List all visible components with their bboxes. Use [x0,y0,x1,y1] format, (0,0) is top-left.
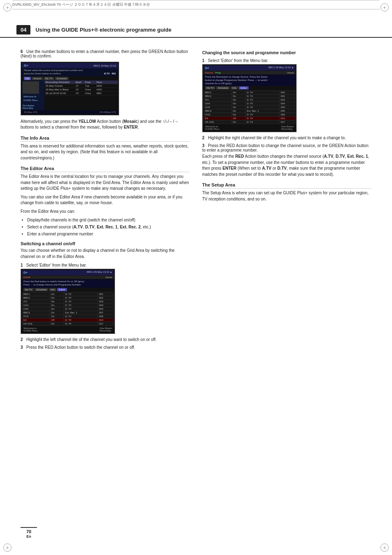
es-info-1: Press the Red button to switch channel O… [22,279,114,288]
setup-area-text: The Setup Area is where you can set up t… [202,190,371,202]
es-info-2: Press the Red button to change Source. P… [203,75,295,86]
info-area-text: This area is reserved for additional inf… [21,143,190,161]
es-state-itv2: On [50,314,64,318]
es-onebutton: One-ButtonRecording [99,327,112,332]
ls-bottom: 29-May LPS 28-29May LPS [22,110,118,114]
es2-state-bbc1: On [231,91,245,94]
es-tab-editor-2: Editor [239,86,249,90]
es-type-bbc3: Ext. Rec. 1 [64,311,98,314]
editor-bullet-list: Display/hide channels in the grid (switc… [27,217,190,237]
es-num-ch4: 004 [98,303,114,307]
alt-text: Alternatively, you can press the YELLOW … [21,119,190,131]
es-nav-prog: Prog. [215,71,221,74]
es-nav-onoff: OnOff [23,276,30,279]
es-type-itv: D. TV [64,299,98,303]
es2-state-ch4: On [231,102,245,106]
es2-num-bbc2: 002 [279,94,295,98]
es2-type-ukgol: D. TV [245,120,279,124]
editor-screen-source: G+ BBC2 29-May 13:10 ▲ Source Prog. Home… [202,64,297,132]
left-column: 6 Use the number buttons to enter a chan… [21,46,190,351]
es-bottom-1: Welcome toGUIDE Plus+ One-ButtonRecordin… [22,326,114,333]
es-ch-ch4: CH4 [22,303,50,307]
es-date-2: BBC2 29-May 13:10 ▲ [268,66,294,70]
es-state-bbc3: On [50,311,64,314]
es-header-2: G+ BBC2 29-May 13:10 ▲ [203,65,295,71]
es2-ch-bbc3: BBC3 [204,109,232,113]
es2-ch-itv2: ITV2 [204,113,232,117]
right-column: Changing the source and programme number… [202,46,371,351]
es-tab-mytv-1: My TV [23,288,34,291]
es-type-ch4: D. TV [64,303,98,307]
es2-state-itv: On [231,98,245,102]
es-row-itv: ITV On D. TV 003 [22,299,114,303]
es-num-e4: 014 [98,318,114,322]
reg-mark-bl [3,543,12,552]
es-ch-bbc3: BBC3 [22,311,50,314]
es-logo-2: G+ [205,66,209,70]
chapter-header: 04 Using the GUIDE Plus+® electronic pro… [0,22,392,38]
es2-type-bbc2: D. TV [245,94,279,98]
es-state-ukgol: On [50,322,64,325]
es-tab-schedule-2: Schedule [216,86,230,90]
es-type-ukgol: D. TV [64,322,98,325]
bullet2: Select a channel source (A.TV, D.TV, Ext… [27,224,190,230]
es-type-bbc2: D. TV [64,296,98,299]
es-type-e4: D. TV [64,318,98,322]
ls-table-header: Recording Schedule Qual Freq Dest [44,81,118,84]
step1-num: 1 Select 'Editor' from the Menu bar. [21,263,190,267]
es2-state-bbc2: On [231,94,245,98]
es2-state-bbc3: On [231,109,245,113]
es2-num-itv2: 006 [279,113,295,117]
es2-num-ch4: 004 [279,102,295,106]
es-bottom-2: Welcome toGUIDE Plus+ One-ButtonRecordin… [203,124,295,131]
ls-logo: G+ [24,64,28,67]
es2-num-e4: 014 [279,117,295,120]
es-row-ukgol: UK GOL On D. TV 017 [22,322,114,325]
bullet3: Enter a channel programme number [27,231,190,237]
es-ch-itv2: ITV2 [22,314,50,318]
es-row-itv2: ITV2 On D. TV 006 [22,314,114,318]
es-state-bbc1: On [50,292,64,296]
ls-row-2: 29-May Men in Black SP Once HDD [44,88,118,92]
es2-type-ch4: D. TV [245,102,279,106]
es2-type-e4: D. TV [245,117,279,120]
left-screenshot: G+ BBC2 29-May 13:10 Please select the s… [21,62,119,115]
step6-num: 6 Use the number buttons to enter a chan… [21,49,190,58]
step2-num: 2 Highlight the left channel tile of the… [21,337,190,342]
es2-row-itv: ITV On D. TV 003 [204,98,295,102]
es-num-ch5: 005 [98,307,114,311]
editor-area-heading: The Editor Area [21,166,190,172]
es-num-itv: 003 [98,299,114,303]
es-state-ch4: On [50,303,64,307]
ls-tabs: Old Search My TV Schedule [22,76,118,81]
es-sidebar-welcome: Welcome toGUIDE Plus+ [23,327,38,332]
es-table-1: BBC1 On D. TV 001 BBC2 On D. TV 002 ITV … [22,292,114,326]
reg-mark-tr [380,3,389,12]
ls-sidebar-guideplus: GUIDE Plus+ [23,99,44,102]
page-lang: En [21,534,37,539]
es-table-2: BBC1 On D. TV 002 BBC2 On D. TV 002 ITV … [203,90,295,124]
ls-row-3: 06-Jul 20:00 22:00 SP Once NBC [44,92,118,95]
ls-date: BBC2 29-May 13:10 [94,64,116,67]
es-ch-ukgol: UK GOL [22,322,50,325]
es2-ch-bbc2: BBC2 [204,94,232,98]
es-nav-2: Source Prog. Home [203,71,295,74]
es2-num-itv: 003 [279,98,295,102]
ls-sidebar: Welcome to GUIDE Plus+ One-Button Record… [22,81,44,110]
r-step3-num: 3 Press the RED Action button to change … [202,143,371,152]
es-ch-bbc1: BBC1 [22,292,50,296]
ls-tab-old: Old [24,77,31,80]
es-tabs-1: My TV Schedule Info Editor [22,288,114,291]
reg-mark-tl [3,3,12,12]
ls-main: Recording Schedule Qual Freq Dest 25-May… [44,81,118,110]
es-state-e4: Off [50,318,64,322]
ls-row-1: 25-May Friends 1P Tue HDD [44,84,118,88]
es-header-1: G+ BBC2 29-May 13:10 ▲ [22,270,114,275]
editor-area-text2: You can also use the Editor Area if new … [21,194,190,206]
es2-sidebar-welcome: Welcome toGUIDE Plus+ [205,125,220,130]
ls-tab-search: Search [32,77,43,80]
es2-row-ch5: CH5 On D. TV 005 [204,106,295,109]
es-nav-source: Source [205,71,213,74]
es-row-bbc1: BBC1 On D. TV 001 [22,292,114,296]
es-ch-bbc2: BBC2 [22,296,50,299]
